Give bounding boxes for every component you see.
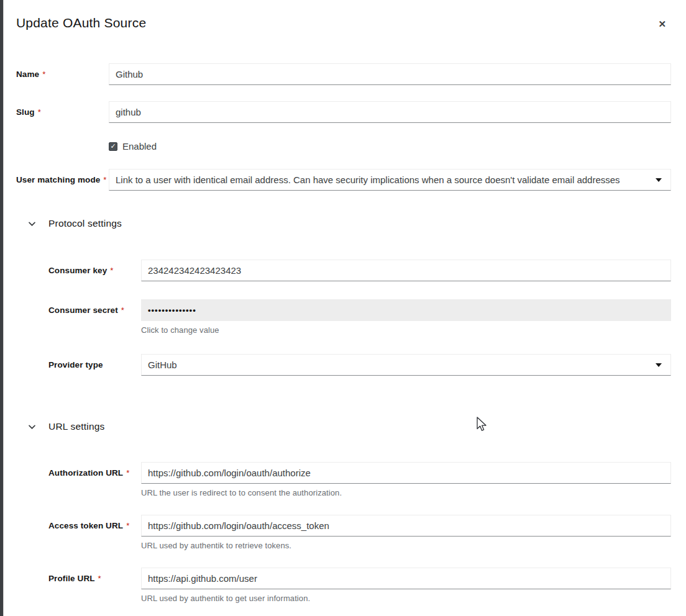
protocol-settings-title: Protocol settings (48, 218, 122, 229)
update-oauth-source-modal: Update OAuth Source ✕ Name* Slug* ✓ Enab… (0, 0, 686, 616)
background-edge-line (3, 0, 4, 616)
slug-field-row: Slug* (16, 101, 671, 123)
name-label: Name* (16, 63, 109, 85)
url-settings-toggle[interactable]: URL settings (28, 421, 671, 432)
consumer-secret-help: Click to change value (141, 325, 671, 335)
provider-type-select[interactable]: GitHub (141, 354, 671, 376)
modal-header: Update OAuth Source ✕ (16, 16, 671, 31)
caret-down-icon (656, 178, 662, 182)
access-token-url-label: Access token URL* (48, 515, 141, 537)
required-asterisk: * (126, 468, 129, 478)
slug-input[interactable] (109, 101, 671, 123)
slug-label: Slug* (16, 101, 109, 123)
profile-url-input[interactable] (141, 568, 671, 589)
required-asterisk: * (110, 266, 113, 275)
consumer-secret-row: Consumer secret* Click to change value (48, 299, 671, 335)
user-matching-mode-select[interactable]: Link to a user with identical email addr… (109, 169, 671, 191)
required-asterisk: * (42, 70, 45, 79)
name-input[interactable] (109, 63, 671, 85)
modal-title: Update OAuth Source (16, 16, 146, 30)
authorization-url-input[interactable] (141, 462, 671, 484)
chevron-down-icon (28, 220, 36, 228)
provider-type-value: GitHub (148, 360, 177, 370)
consumer-secret-input[interactable] (141, 299, 671, 321)
consumer-key-label: Consumer key* (48, 260, 141, 281)
access-token-url-input[interactable] (141, 515, 671, 537)
user-matching-mode-label: User matching mode* (16, 169, 109, 191)
enabled-field-row: ✓ Enabled (109, 141, 671, 152)
authorization-url-help: URL the user is redirect to to consent t… (141, 488, 671, 497)
enabled-label[interactable]: Enabled (122, 141, 157, 152)
required-asterisk: * (121, 306, 124, 315)
authorization-url-label: Authorization URL* (48, 462, 141, 484)
user-matching-mode-row: User matching mode* Link to a user with … (16, 169, 671, 191)
required-asterisk: * (103, 175, 106, 184)
required-asterisk: * (38, 107, 41, 117)
authorization-url-row: Authorization URL* URL the user is redir… (48, 462, 671, 497)
profile-url-row: Profile URL* URL used by authentik to ge… (48, 568, 671, 603)
access-token-url-row: Access token URL* URL used by authentik … (48, 515, 671, 550)
consumer-key-input[interactable] (141, 260, 671, 281)
enabled-checkbox[interactable]: ✓ (109, 142, 117, 151)
provider-type-label: Provider type (48, 354, 141, 376)
consumer-secret-label: Consumer secret* (48, 299, 141, 321)
close-icon[interactable]: ✕ (653, 17, 671, 31)
url-settings-title: URL settings (48, 421, 105, 432)
caret-down-icon (656, 363, 662, 367)
consumer-key-row: Consumer key* (48, 260, 671, 281)
profile-url-help: URL used by authentik to get user inform… (141, 594, 671, 603)
required-asterisk: * (126, 521, 129, 530)
protocol-settings-toggle[interactable]: Protocol settings (28, 218, 671, 229)
name-field-row: Name* (16, 63, 671, 85)
access-token-url-help: URL used by authentik to retrieve tokens… (141, 541, 671, 550)
required-asterisk: * (98, 574, 101, 583)
user-matching-mode-value: Link to a user with identical email addr… (116, 174, 620, 185)
provider-type-row: Provider type GitHub (48, 354, 671, 376)
profile-url-label: Profile URL* (48, 568, 141, 589)
chevron-down-icon (28, 423, 36, 431)
